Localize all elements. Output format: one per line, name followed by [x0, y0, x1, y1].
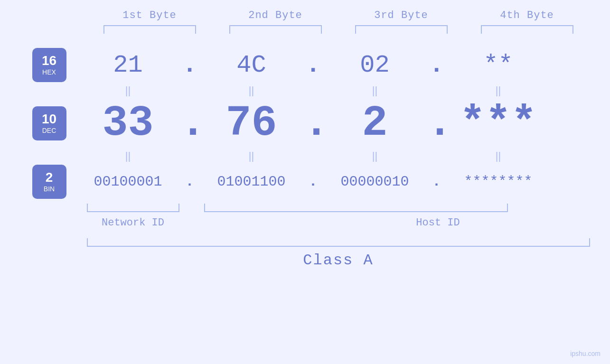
equals-row-1: || || || ||	[76, 82, 602, 99]
dec-badge-label: DEC	[42, 127, 56, 134]
network-id-label: Network ID	[87, 217, 179, 229]
hex-values-row: 21 . 4C . 02 . **	[76, 51, 602, 79]
top-bracket-3	[355, 25, 448, 34]
dec-val-4: ***	[446, 99, 551, 148]
id-labels: Network ID Host ID	[87, 217, 590, 229]
dec-dot-3: .	[427, 99, 446, 148]
header-byte-3: 3rd Byte	[349, 9, 453, 21]
class-section: Class A	[87, 238, 590, 269]
hex-dot-1: .	[180, 51, 199, 79]
dec-val-1: 33	[76, 99, 180, 148]
hex-badge-number: 16	[42, 54, 56, 67]
hex-badge-label: HEX	[42, 68, 56, 76]
bin-dot-3: .	[427, 174, 446, 190]
bin-val-3: 00000010	[323, 174, 427, 190]
bottom-section: Network ID Host ID	[87, 204, 590, 229]
bin-val-4: ********	[446, 174, 551, 190]
eq2-2: ||	[199, 150, 304, 162]
dec-val-2: 76	[199, 99, 304, 148]
bin-badge: 2 BIN	[32, 165, 66, 199]
class-label: Class A	[303, 252, 373, 269]
bin-values-row: 00100001 . 01001100 . 00000010 . *******…	[76, 174, 602, 190]
eq2-1: ||	[76, 150, 180, 162]
eq1-1: ||	[76, 84, 180, 97]
bin-val-1: 00100001	[76, 174, 180, 190]
bin-badge-number: 2	[46, 171, 53, 184]
dec-values-row: 33 . 76 . 2 . ***	[76, 99, 602, 148]
byte-headers-row: 1st Byte 2nd Byte 3rd Byte 4th Byte	[87, 9, 590, 21]
eq1-3: ||	[323, 84, 427, 97]
bin-dot-2: .	[304, 174, 323, 190]
dec-dot-2: .	[304, 99, 323, 148]
dec-row: 10 DEC 33 . 76 . 2 . ***	[32, 99, 602, 148]
bin-badge-label: BIN	[44, 185, 55, 193]
top-bracket-4	[481, 25, 573, 34]
hex-badge: 16 HEX	[32, 48, 66, 82]
bin-val-2: 01001100	[199, 174, 304, 190]
dec-val-3: 2	[323, 99, 427, 148]
header-byte-4: 4th Byte	[475, 9, 579, 21]
bin-dot-1: .	[180, 174, 199, 190]
hex-val-4: **	[446, 51, 551, 79]
main-container: 1st Byte 2nd Byte 3rd Byte 4th Byte 16 H…	[0, 0, 610, 364]
hex-dot-3: .	[427, 51, 446, 79]
host-id-label: Host ID	[286, 217, 590, 229]
rows-area: 16 HEX 21 . 4C . 02 . ** || || || ||	[32, 48, 602, 199]
hex-dot-2: .	[304, 51, 323, 79]
header-byte-1: 1st Byte	[97, 9, 202, 21]
top-brackets	[87, 25, 590, 34]
hex-row: 16 HEX 21 . 4C . 02 . **	[32, 48, 602, 82]
hex-val-3: 02	[323, 51, 427, 79]
class-bracket	[87, 238, 590, 247]
bottom-brackets	[87, 204, 590, 212]
eq2-3: ||	[323, 150, 427, 162]
bottom-bracket-host	[204, 204, 508, 212]
header-byte-2: 2nd Byte	[223, 9, 328, 21]
hex-val-2: 4C	[199, 51, 304, 79]
bottom-bracket-network	[87, 204, 179, 212]
eq2-4: ||	[446, 150, 551, 162]
bin-row: 2 BIN 00100001 . 01001100 . 00000010 . *…	[32, 165, 602, 199]
eq1-4: ||	[446, 84, 551, 97]
eq1-2: ||	[199, 84, 304, 97]
top-bracket-1	[103, 25, 196, 34]
dec-dot-1: .	[180, 99, 199, 148]
dec-badge-number: 10	[42, 112, 56, 126]
dec-badge: 10 DEC	[32, 106, 66, 140]
top-bracket-2	[229, 25, 322, 34]
equals-row-2: || || || ||	[76, 148, 602, 165]
hex-val-1: 21	[76, 51, 180, 79]
watermark: ipshu.com	[570, 350, 601, 357]
